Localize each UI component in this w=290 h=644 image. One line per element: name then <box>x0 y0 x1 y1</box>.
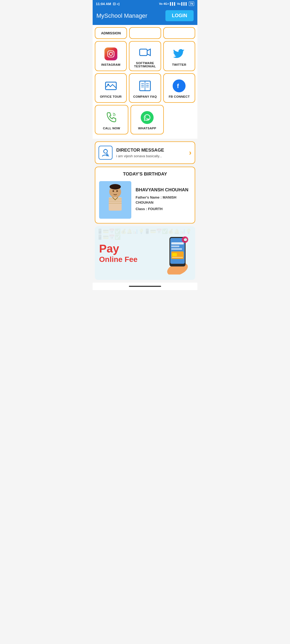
admission-button[interactable]: ADMISSION <box>95 27 127 39</box>
twitter-icon <box>173 47 186 60</box>
class-label: Class : <box>136 207 147 211</box>
svg-point-5 <box>107 84 109 85</box>
class-name: FOURTH <box>148 207 162 211</box>
call-now-label: CALL NOW <box>103 127 120 130</box>
instagram-button[interactable]: INSTAGRAM <box>95 41 127 71</box>
faq-book-icon <box>139 79 151 92</box>
company-faq-icon-wrap <box>138 79 152 93</box>
video-camera-icon <box>139 46 151 59</box>
birthday-photo <box>99 181 131 219</box>
svg-rect-32 <box>171 242 184 244</box>
whatsapp-icon-wrap <box>140 111 154 125</box>
birthday-content: BHAVYANSH CHOUHAN Father's Name : MANISH… <box>99 181 191 219</box>
grid-row-2: OFFICE TOUR COMPANY FAQ <box>95 73 195 103</box>
svg-rect-34 <box>171 248 182 250</box>
instagram-icon-wrap <box>104 47 118 61</box>
instagram-label: INSTAGRAM <box>101 63 120 66</box>
svg-point-18 <box>106 154 108 156</box>
office-tour-label: OFFICE TOUR <box>100 95 122 98</box>
online-fee-text: Online Fee <box>99 255 137 264</box>
empty-slot-2 <box>163 27 195 39</box>
grid-row-3: CALL NOW WHATSAPP <box>95 105 195 134</box>
director-message-card[interactable]: DIRECTOR MESSAGE i am vijesh sonava basi… <box>95 141 195 164</box>
office-tour-button[interactable]: OFFICE TOUR <box>95 73 127 103</box>
phone-graphic: 💬 <box>153 232 191 275</box>
office-tour-icon-wrap <box>104 79 118 93</box>
admission-row: ADMISSION <box>95 27 195 39</box>
phone-icon <box>105 111 118 124</box>
birthday-card: TODAY'S BIRTHDAY <box>95 167 195 224</box>
call-now-button[interactable]: CALL NOW <box>95 105 128 134</box>
birthday-section-title: TODAY'S BIRTHDAY <box>99 171 191 177</box>
svg-rect-33 <box>171 246 179 247</box>
time-display: 11:04 AM <box>96 2 111 6</box>
birthday-info: BHAVYANSH CHOUHAN Father's Name : MANISH… <box>136 187 191 213</box>
svg-text:💬: 💬 <box>183 238 187 242</box>
image-icon <box>104 79 117 92</box>
svg-point-2 <box>112 52 113 53</box>
app-title: MySchool Manager <box>96 12 147 19</box>
svg-rect-25 <box>109 203 122 204</box>
twitter-button[interactable]: TWITTER <box>163 41 195 71</box>
birthday-name: BHAVYANSH CHOUHAN <box>136 187 191 193</box>
svg-rect-24 <box>109 201 122 202</box>
svg-point-15 <box>104 149 107 153</box>
grid-row-1: INSTAGRAM SOFTWARE TESTIMONIAL TWITTER <box>95 41 195 71</box>
pay-online-banner[interactable]: 📱💳📅✅💰🔔📊💡📱💳📅✅💰🔔📊💡📱💳📅✅ Pay Online Fee 💬 <box>95 226 195 280</box>
company-faq-button[interactable]: COMPANY FAQ <box>129 73 161 103</box>
svg-rect-0 <box>108 51 114 57</box>
svg-text:f: f <box>177 83 179 89</box>
svg-rect-23 <box>109 199 122 199</box>
director-text: DIRECTOR MESSAGE i am vijesh sonava basi… <box>116 148 187 158</box>
pay-banner-text: Pay Online Fee <box>99 242 137 264</box>
empty-slot-1 <box>129 27 161 39</box>
whatsapp-icon <box>141 111 154 124</box>
instagram-icon <box>104 47 117 60</box>
software-testimonial-button[interactable]: SOFTWARE TESTIMONIAL <box>129 41 161 71</box>
svg-point-27 <box>116 190 118 192</box>
whatsapp-button[interactable]: WHATSAPP <box>130 105 164 134</box>
twitter-icon-wrap <box>172 47 186 61</box>
father-label: Father's Name : <box>136 195 162 199</box>
director-title: DIRECTOR MESSAGE <box>116 148 187 153</box>
phone-icon-wrap <box>104 111 118 125</box>
status-bar: 11:04 AM ⊡ ◁ Vo 4G+ ▌▌▌ Vo ▌▌▌ 79 <box>93 0 197 8</box>
pay-word: Pay <box>99 242 137 255</box>
bottom-navigation-bar <box>93 283 197 290</box>
home-indicator <box>129 286 161 287</box>
battery-indicator: 79 <box>189 2 194 6</box>
fb-connect-label: FB CONNECT <box>169 95 190 98</box>
fb-connect-button[interactable]: f FB CONNECT <box>163 73 195 103</box>
empty-slot-row3 <box>166 105 195 134</box>
svg-rect-36 <box>172 253 177 256</box>
director-subtitle: i am vijesh sonava basically... <box>116 154 187 158</box>
svg-point-1 <box>109 52 113 56</box>
status-icons: ⊡ ◁ <box>113 2 119 6</box>
director-icon <box>99 146 113 160</box>
grid-section: ADMISSION INSTAGRAM <box>93 25 197 139</box>
app-header: MySchool Manager LOGIN <box>93 8 197 25</box>
whatsapp-label: WHATSAPP <box>138 127 156 130</box>
facebook-icon: f <box>173 79 186 92</box>
login-button[interactable]: LOGIN <box>165 10 194 21</box>
company-faq-label: COMPANY FAQ <box>133 95 157 98</box>
svg-point-26 <box>113 190 114 192</box>
birthday-class: Class : FOURTH <box>136 206 191 212</box>
fb-icon-wrap: f <box>172 79 186 93</box>
video-icon-wrap <box>138 45 152 59</box>
network-icons: Vo 4G+ ▌▌▌ Vo ▌▌▌ <box>159 2 188 5</box>
svg-rect-31 <box>170 238 185 264</box>
birthday-father: Father's Name : MANISH CHOUHAN <box>136 195 191 205</box>
svg-point-28 <box>110 184 121 189</box>
software-testimonial-label: SOFTWARE TESTIMONIAL <box>131 61 159 68</box>
svg-rect-3 <box>140 49 147 56</box>
director-arrow-icon: › <box>189 148 191 157</box>
twitter-label: TWITTER <box>172 63 186 66</box>
